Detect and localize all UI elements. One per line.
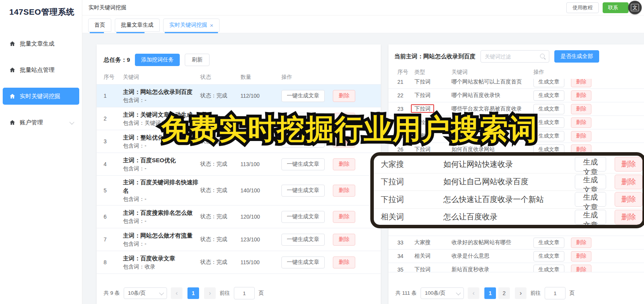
one-key-generate-button[interactable]: 一键生成文章	[281, 256, 325, 268]
delete-button[interactable]: 删除	[333, 90, 355, 102]
generate-article-button[interactable]: 生成文章	[533, 79, 564, 87]
task-row[interactable]: 5 主词：百度关键词排名快速排名 包含词：- 状态：完成 140/100 一键生…	[97, 176, 381, 205]
close-icon[interactable]: ×	[210, 22, 213, 29]
next-page-button[interactable]: ›	[204, 287, 216, 299]
task-quantity: 112/100	[240, 93, 281, 99]
magnified-keyword-row: 相关词 怎么让百度收录 生成文章 删除	[374, 209, 642, 226]
task-status: 状态：完成	[200, 92, 240, 99]
home-icon	[9, 67, 15, 73]
col-keyword: 关键词	[123, 74, 200, 81]
generate-article-button[interactable]: 生成文章	[575, 175, 606, 189]
delete-button[interactable]: 删除	[333, 185, 355, 197]
delete-button[interactable]: 删除	[571, 131, 591, 141]
task-row[interactable]: 7 主词：网站怎么做才有流量 包含词：- 状态：完成 123/100 一键生成文…	[97, 228, 381, 251]
page-size-select[interactable]: 100条/页	[421, 287, 464, 299]
tab[interactable]: 首页 ×	[88, 19, 111, 32]
keyword-row: 23 下拉词 哪些平台发文容易被百度收录 生成文章 删除	[388, 102, 644, 115]
tab[interactable]: 实时关键词挖掘 ×	[163, 19, 220, 32]
one-key-generate-button[interactable]: 一键生成文章	[281, 211, 325, 223]
sidebar-menu: 批量文章生成 批量站点管理 实时关键词挖掘 账户管理	[0, 35, 82, 131]
goto-label: 前往	[530, 290, 541, 297]
keyword-row: 25 大家搜 生成文章 删除	[388, 129, 644, 143]
one-key-generate-button[interactable]: 一键生成文章	[281, 158, 325, 170]
delete-button[interactable]: 删除	[571, 238, 591, 248]
generate-article-button[interactable]: 生成文章	[533, 265, 564, 273]
delete-button[interactable]: 删除	[333, 113, 355, 125]
page-number-button[interactable]: 1	[187, 287, 199, 299]
delete-button[interactable]: 删除	[571, 90, 591, 101]
task-pagination: 共 9 条 10条/页 ‹ 1 › 前往 页	[104, 287, 264, 299]
task-row[interactable]: 3 主词：整站优化 包含词：- 状态：完成 一键生成文章 删除	[97, 130, 381, 153]
page-size-select[interactable]: 10条/页	[124, 287, 167, 299]
keyword-index: 33	[397, 239, 414, 246]
one-key-generate-button[interactable]: 一键生成文章	[281, 136, 325, 148]
col-quantity: 数量	[240, 74, 281, 81]
goto-page-input[interactable]	[234, 287, 255, 299]
sidebar-item[interactable]: 批量文章生成	[3, 35, 79, 52]
delete-button[interactable]: 删除	[571, 104, 591, 114]
keyword-text: 怎么快速让百度收录一个新站	[443, 194, 575, 205]
delete-button[interactable]: 删除	[333, 211, 355, 223]
delete-button[interactable]: 删除	[571, 251, 591, 262]
delete-button[interactable]: 删除	[615, 192, 642, 207]
one-key-generate-button[interactable]: 一键生成文章	[281, 90, 325, 102]
task-row[interactable]: 2 主词：关键词文章自动生成 包含词：关键词生成 状态：完成 100/100 一…	[97, 107, 381, 130]
keyword-type: 下拉词	[414, 146, 431, 152]
delete-button[interactable]: 删除	[615, 175, 642, 189]
next-page-button[interactable]: ›	[515, 287, 526, 299]
task-main-keyword: 主词：整站优化	[123, 133, 200, 142]
page-number-button[interactable]: 1	[484, 287, 496, 299]
task-index: 6	[104, 214, 123, 220]
generate-article-button[interactable]: 生成文章	[575, 157, 606, 172]
one-key-generate-button[interactable]: 一键生成文章	[281, 113, 325, 125]
sidebar-item[interactable]: 账户管理	[3, 114, 79, 131]
prev-page-button[interactable]: ‹	[171, 287, 182, 299]
delete-button[interactable]: 删除	[571, 265, 591, 273]
task-row[interactable]: 8 主词：百度收录文章 包含词：收录 状态：完成 115/100 一键生成文章 …	[97, 251, 381, 274]
add-task-button[interactable]: 添加挖词任务	[135, 54, 180, 66]
generate-article-button[interactable]: 生成文章	[533, 104, 564, 114]
generate-article-button[interactable]: 生成文章	[575, 210, 606, 224]
delete-button[interactable]: 删除	[615, 157, 642, 172]
delete-button[interactable]: 删除	[615, 210, 642, 224]
delete-button[interactable]: 删除	[571, 79, 591, 87]
sidebar-item[interactable]: 实时关键词挖掘	[3, 88, 79, 105]
task-row[interactable]: 6 主词：百度搜索排名怎么做 包含词：- 状态：完成 120/100 一键生成文…	[97, 205, 381, 228]
generate-article-button[interactable]: 生成文章	[533, 131, 564, 141]
generate-article-button[interactable]: 生成文章	[533, 90, 564, 101]
tab[interactable]: 批量文章生成 ×	[115, 19, 160, 32]
generate-article-button[interactable]: 生成文章	[533, 251, 564, 262]
translate-extension-icon[interactable]: 文	[628, 1, 642, 14]
sidebar-item-label: 账户管理	[20, 119, 43, 126]
one-key-generate-button[interactable]: 一键生成文章	[281, 234, 325, 246]
delete-button[interactable]: 删除	[333, 256, 355, 268]
keyword-filter-input[interactable]	[480, 50, 549, 63]
delete-button[interactable]: 删除	[333, 136, 355, 148]
keyword-type: 下拉词	[381, 194, 443, 205]
col-actions: 操作	[281, 74, 374, 81]
task-row[interactable]: 4 主词：百度SEO优化 包含词：- 状态：完成 113/100 一键生成文章 …	[97, 153, 381, 176]
one-key-generate-button[interactable]: 一键生成文章	[281, 185, 325, 197]
generate-all-button[interactable]: 是否生成全部	[554, 50, 599, 63]
contact-button[interactable]: 联系	[603, 2, 629, 13]
magnified-keyword-row: 下拉词 如何让自己网站收录百度 生成文章 删除	[374, 173, 642, 191]
page-number-button[interactable]: 2	[498, 287, 510, 299]
goto-page-input[interactable]	[545, 287, 566, 299]
delete-button[interactable]: 删除	[571, 117, 591, 128]
sidebar-item[interactable]: 批量站点管理	[3, 61, 79, 78]
refresh-button[interactable]: 刷新	[185, 54, 210, 66]
help-button[interactable]: 使用教程	[566, 2, 599, 13]
task-index: 1	[104, 93, 123, 99]
task-row[interactable]: 1 主词：网站怎么收录到百度 包含词：- 状态：完成 112/100 一键生成文…	[97, 85, 381, 107]
col-index: 序号	[397, 69, 414, 76]
delete-button[interactable]: 删除	[333, 158, 355, 170]
task-table-header: 序号 关键词 状态 数量 操作	[97, 66, 381, 84]
generate-article-button[interactable]: 生成文章	[533, 238, 564, 248]
delete-button[interactable]: 删除	[333, 234, 355, 246]
prev-page-button[interactable]: ‹	[468, 287, 479, 299]
col-actions: 操作	[533, 69, 644, 76]
task-quantity: 113/100	[240, 161, 281, 167]
generate-article-button[interactable]: 生成文章	[533, 117, 564, 128]
task-index: 5	[104, 187, 123, 194]
generate-article-button[interactable]: 生成文章	[575, 192, 606, 207]
